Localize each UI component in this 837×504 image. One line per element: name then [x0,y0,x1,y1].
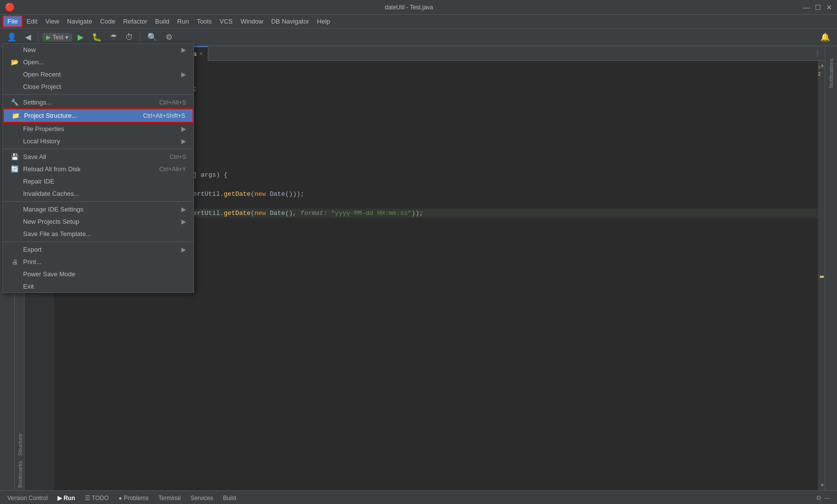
settings-button[interactable]: ⚙ [163,31,175,43]
separator [38,32,38,42]
bottom-panel: Version Control ▶ Run ☰ TODO ● Problems … [0,490,837,504]
warning-marker [820,276,824,278]
run-config-selector[interactable]: ▶ Test ▾ [42,33,72,42]
project-structure-icon: 📁 [11,112,20,119]
run-config-name: Test [53,34,63,41]
forward-button[interactable]: ◀ [22,31,34,43]
bottom-tabs: Version Control ▶ Run ☰ TODO ● Problems … [0,491,837,504]
menu-item-file-properties[interactable]: File Properties ▶ [3,123,194,135]
right-notifications-panel: Notifications [825,46,837,490]
coverage-button[interactable]: ☂ [107,31,120,43]
menu-item-local-history[interactable]: Local History ▶ [3,135,194,147]
app-icon: 🔴 [5,2,15,12]
reload-icon: 🔄 [10,165,19,173]
bottom-tab-build[interactable]: Build [218,493,241,503]
menu-build[interactable]: Build [151,16,173,27]
arrow-icon: ▶ [181,46,186,53]
update-button[interactable]: 🔔 [817,31,833,43]
scroll-arrows-down[interactable]: ▼ [820,481,825,490]
menu-item-invalidate-caches[interactable]: Invalidate Caches... [3,187,194,200]
bottom-tab-run[interactable]: ▶ Run [53,493,80,503]
structure-label[interactable]: Structure [15,431,24,458]
print-icon: 🖨 [10,258,19,265]
menu-item-export[interactable]: Export ▶ [3,243,194,256]
window-controls: — ☐ ✕ [803,3,832,11]
menu-item-settings[interactable]: 🔧 Settings... Ctrl+Alt+S [3,96,194,108]
menu-window[interactable]: Window [237,16,267,27]
panel-controls: ⚙ — [812,494,835,502]
menu-item-reload[interactable]: 🔄 Reload All from Disk Ctrl+Alt+Y [3,163,194,175]
search-everywhere-button[interactable]: 🔍 [144,31,160,43]
folder-open-icon: 📂 [10,58,19,66]
menu-item-new[interactable]: New ▶ [3,44,194,56]
menu-item-power-save[interactable]: Power Save Mode [3,268,194,280]
window-title: dateUtil - Test.java [385,4,433,11]
arrow-icon: ▶ [181,246,186,253]
bottom-tab-todo[interactable]: ☰ TODO [80,493,114,503]
save-icon: 💾 [10,153,19,160]
dropdown-icon: ▾ [65,34,68,41]
menu-help[interactable]: Help [313,16,334,27]
bottom-tab-problems[interactable]: ● Problems [113,493,153,503]
title-bar: 🔴 dateUtil - Test.java — ☐ ✕ [0,0,837,15]
run-icon: ▶ [46,34,51,41]
menu-navigate[interactable]: Navigate [63,16,96,27]
menu-item-project-structure[interactable]: 📁 Project Structure... Ctrl+Alt+Shift+S [3,108,194,123]
bookmarks-label[interactable]: Bookmarks [15,458,24,490]
menu-bar: File Edit View Navigate Code Refactor Bu… [0,15,837,28]
profile-button[interactable]: ⏱ [122,31,136,43]
menu-item-save-template[interactable]: Save File as Template... [3,228,194,240]
separator [3,241,194,242]
menu-tools[interactable]: Tools [193,16,216,27]
arrow-icon: ▶ [181,137,186,145]
menu-vcs[interactable]: VCS [216,16,237,27]
scroll-arrows-up[interactable]: ▲ [820,61,825,70]
menu-item-exit[interactable]: Exit [3,280,194,292]
menu-item-save-all[interactable]: 💾 Save All Ctrl+S [3,151,194,163]
close-button[interactable]: ✕ [826,3,832,11]
menu-edit[interactable]: Edit [23,16,41,27]
file-dropdown-menu: New ▶ 📂 Open... Open Recent ▶ Close Proj… [2,43,194,293]
menu-file[interactable]: File [2,15,23,27]
settings-icon: 🔧 [10,99,19,106]
bottom-tab-version-control[interactable]: Version Control [2,493,53,503]
menu-item-open-recent[interactable]: Open Recent ▶ [3,68,194,80]
panel-settings-button[interactable]: ⚙ [816,494,822,502]
arrow-icon: ▶ [181,218,186,225]
separator [3,149,194,149]
back-button[interactable]: 👤 [4,31,20,43]
notifications-label[interactable]: Notifications [827,56,835,90]
debug-button[interactable]: 🐛 [89,31,105,43]
scrollbar-track[interactable]: ⚠ 2 ▲ ▼ [818,61,825,490]
separator [140,32,140,42]
arrow-icon: ▶ [181,125,186,133]
menu-item-close-project[interactable]: Close Project [3,80,194,93]
arrow-icon: ▶ [181,71,186,78]
menu-db-navigator[interactable]: DB Navigator [267,16,313,27]
tab-close-test[interactable]: ✕ [199,51,203,56]
minimize-button[interactable]: — [803,3,810,11]
panel-close-button[interactable]: — [824,494,831,502]
menu-item-open[interactable]: 📂 Open... [3,56,194,68]
separator [3,94,194,95]
menu-item-print[interactable]: 🖨 Print... [3,256,194,268]
menu-code[interactable]: Code [96,16,119,27]
menu-item-repair-ide[interactable]: Repair IDE [3,175,194,187]
maximize-button[interactable]: ☐ [815,3,821,11]
bottom-tab-terminal[interactable]: Terminal [154,493,186,503]
bottom-tab-services[interactable]: Services [186,493,218,503]
menu-view[interactable]: View [41,16,63,27]
menu-item-new-projects-setup[interactable]: New Projects Setup ▶ [3,215,194,228]
separator [3,201,194,202]
run-button[interactable]: ▶ [75,31,86,43]
menu-run[interactable]: Run [173,16,193,27]
menu-refactor[interactable]: Refactor [119,16,151,27]
menu-item-manage-ide[interactable]: Manage IDE Settings ▶ [3,203,194,215]
tab-more-button[interactable]: ⋮ [810,50,825,57]
arrow-icon: ▶ [181,206,186,213]
